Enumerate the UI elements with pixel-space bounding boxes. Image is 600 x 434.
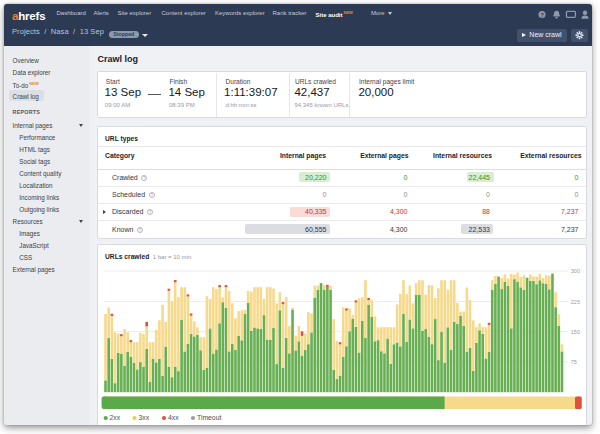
svg-text:225: 225: [571, 299, 580, 305]
svg-text:150: 150: [571, 329, 580, 335]
svg-text:75: 75: [571, 359, 577, 365]
svg-text:300: 300: [571, 268, 580, 274]
svg-text:?: ?: [540, 11, 544, 17]
svg-text:3xx: 3xx: [139, 414, 150, 421]
svg-text:4xx: 4xx: [168, 414, 179, 421]
svg-text:2xx: 2xx: [110, 414, 121, 421]
svg-text:Timeout: Timeout: [197, 414, 221, 421]
